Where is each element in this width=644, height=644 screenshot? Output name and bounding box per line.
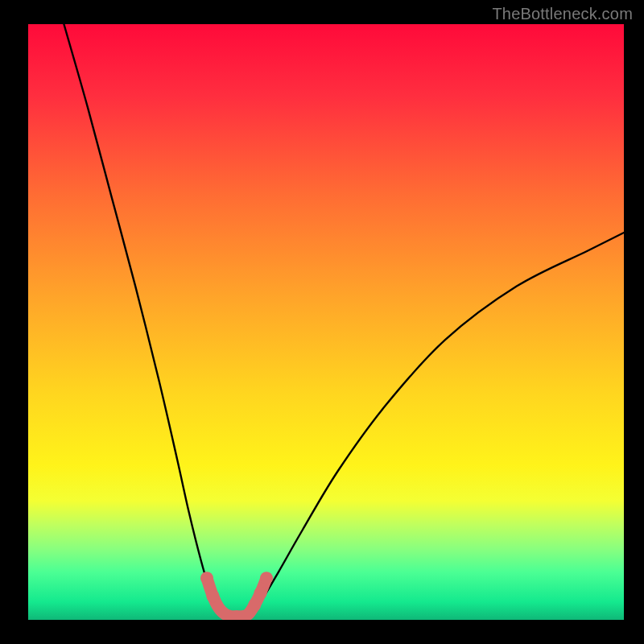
watermark-text: TheBottleneck.com	[492, 5, 633, 23]
plot-background	[28, 24, 624, 620]
bottleneck-chart	[0, 0, 644, 644]
valley-dot	[206, 589, 219, 602]
valley-dot	[254, 587, 267, 600]
valley-dot	[248, 599, 261, 612]
valley-dot	[200, 572, 213, 584]
valley-dot	[260, 572, 273, 584]
chart-frame: TheBottleneck.com	[0, 0, 644, 644]
